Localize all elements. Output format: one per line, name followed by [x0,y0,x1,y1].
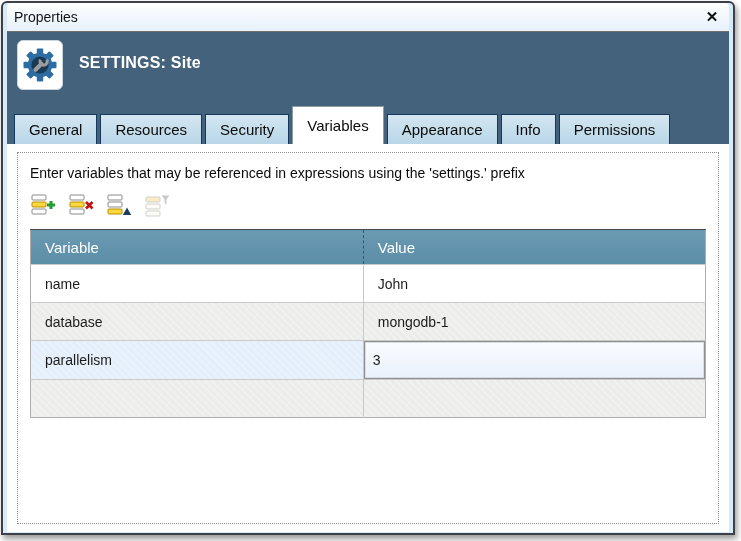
dialog-header: SETTINGS: Site General Resources Securit… [7,31,729,144]
screenshot-stage: Properties ✕ [0,0,741,541]
gear-wrench-icon [22,46,58,84]
table-row[interactable]: database mongodb-1 [31,303,706,341]
tab-content-variables: Enter variables that may be referenced i… [7,144,729,532]
cell-variable[interactable] [31,380,364,418]
move-row-icon [107,193,132,218]
window-title: Properties [14,9,78,25]
move-row-button[interactable] [106,192,133,219]
delete-row-button[interactable] [68,192,95,219]
filter-rows-button[interactable] [144,192,171,219]
add-row-icon [31,193,56,218]
table-row-empty[interactable] [31,380,706,418]
tab-strip: General Resources Security Variables App… [14,106,670,144]
table-row[interactable]: name John [31,265,706,303]
tab-security[interactable]: Security [205,114,289,144]
column-header-variable[interactable]: Variable [31,230,364,265]
table-header-row: Variable Value [31,230,706,265]
close-icon[interactable]: ✕ [701,7,723,27]
page-title: SETTINGS: Site [79,54,201,72]
instruction-text: Enter variables that may be referenced i… [30,165,706,181]
properties-dialog: Properties ✕ [1,1,735,535]
variables-panel: Enter variables that may be referenced i… [17,152,719,524]
table-row-selected[interactable]: parallelism [31,341,706,380]
settings-icon-tile [17,40,63,90]
cell-value[interactable]: John [363,265,705,303]
column-header-value[interactable]: Value [363,230,705,265]
tab-general[interactable]: General [14,114,97,144]
add-row-button[interactable] [30,192,57,219]
filter-rows-icon [145,193,170,218]
tab-variables[interactable]: Variables [292,106,383,144]
cell-variable[interactable]: name [31,265,364,303]
variables-table: Variable Value name John database [30,229,706,418]
tab-appearance[interactable]: Appearance [387,114,498,144]
value-editor-input[interactable] [364,341,705,379]
tab-info[interactable]: Info [501,114,556,144]
cell-variable[interactable]: database [31,303,364,341]
grid-toolbar [30,192,706,219]
cell-value[interactable]: mongodb-1 [363,303,705,341]
cell-value[interactable] [363,380,705,418]
title-bar[interactable]: Properties ✕ [7,3,729,31]
tab-resources[interactable]: Resources [100,114,202,144]
cell-value-editing[interactable] [363,341,705,380]
cell-variable[interactable]: parallelism [31,341,364,380]
torn-paper-effect: Properties ✕ [0,0,734,534]
delete-row-icon [69,193,94,218]
tab-permissions[interactable]: Permissions [559,114,671,144]
